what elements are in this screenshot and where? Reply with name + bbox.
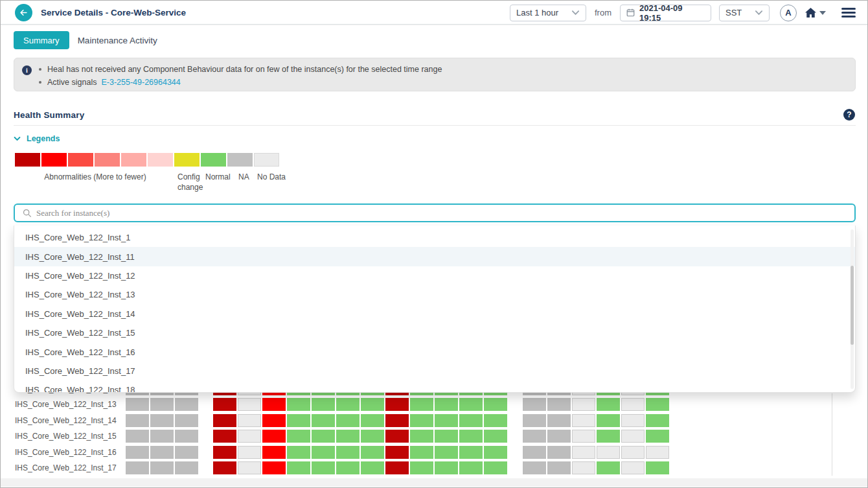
heatmap-cell[interactable] <box>410 398 433 411</box>
dropdown-item[interactable]: IHS_Core_Web_122_Inst_11 <box>14 247 855 266</box>
heatmap-cell[interactable] <box>262 461 286 474</box>
heatmap-cell[interactable] <box>287 398 310 411</box>
heatmap-cell[interactable] <box>523 398 546 411</box>
heatmap-cell[interactable] <box>385 446 409 459</box>
heatmap-cell[interactable] <box>175 430 198 443</box>
heatmap-cell[interactable] <box>213 461 236 474</box>
heatmap-cell[interactable] <box>572 461 595 474</box>
heatmap-cell[interactable] <box>175 461 198 474</box>
heatmap-cell[interactable] <box>336 414 360 427</box>
heatmap-cell[interactable] <box>287 461 310 474</box>
heatmap-cell[interactable] <box>150 414 174 427</box>
heatmap-cell[interactable] <box>547 430 571 443</box>
heatmap-cell[interactable] <box>572 446 595 459</box>
heatmap-cell[interactable] <box>213 446 236 459</box>
heatmap-cell[interactable] <box>572 430 595 443</box>
back-button[interactable] <box>15 4 32 21</box>
heatmap-cell[interactable] <box>361 461 384 474</box>
timezone-select[interactable]: SST <box>719 5 770 21</box>
hamburger-menu-icon[interactable] <box>841 5 856 19</box>
heatmap-cell[interactable] <box>238 398 261 411</box>
heatmap-cell[interactable] <box>385 430 409 443</box>
heatmap-cell[interactable] <box>484 461 507 474</box>
heatmap-cell[interactable] <box>213 398 236 411</box>
dropdown-item[interactable]: IHS_Core_Web_122_Inst_17 <box>14 362 855 380</box>
heatmap-cell[interactable] <box>312 461 335 474</box>
dropdown-item[interactable]: IHS_Core_Web_122_Inst_1 <box>14 228 855 247</box>
heatmap-cell[interactable] <box>150 446 174 459</box>
heatmap-cell[interactable] <box>336 398 360 411</box>
heatmap-cell[interactable] <box>238 461 261 474</box>
heatmap-cell[interactable] <box>523 414 546 427</box>
active-signal-link[interactable]: E-3-255-49-26964344 <box>101 78 180 87</box>
horizontal-scrollbar-track[interactable] <box>1 478 867 487</box>
datetime-picker[interactable]: 2021-04-09 19:15 <box>620 5 711 21</box>
heatmap-cell[interactable] <box>126 398 149 411</box>
heatmap-cell[interactable] <box>646 398 669 411</box>
heatmap-cell[interactable] <box>621 414 645 427</box>
heatmap-cell[interactable] <box>597 398 620 411</box>
heatmap-cell[interactable] <box>361 430 384 443</box>
heatmap-cell[interactable] <box>287 414 310 427</box>
heatmap-cell[interactable] <box>385 398 409 411</box>
heatmap-cell[interactable] <box>646 414 669 427</box>
help-icon[interactable]: ? <box>843 109 855 121</box>
heatmap-cell[interactable] <box>459 414 483 427</box>
heatmap-cell[interactable] <box>312 446 335 459</box>
heatmap-cell[interactable] <box>484 446 507 459</box>
heatmap-cell[interactable] <box>385 461 409 474</box>
heatmap-cell[interactable] <box>547 414 571 427</box>
heatmap-cell[interactable] <box>410 446 433 459</box>
heatmap-cell[interactable] <box>597 446 620 459</box>
heatmap-cell[interactable] <box>435 446 458 459</box>
heatmap-cell[interactable] <box>150 398 174 411</box>
home-menu[interactable] <box>805 7 826 18</box>
heatmap-cell[interactable] <box>262 414 286 427</box>
heatmap-cell[interactable] <box>238 414 261 427</box>
heatmap-cell[interactable] <box>523 446 546 459</box>
heatmap-cell[interactable] <box>410 430 433 443</box>
heatmap-cell[interactable] <box>175 446 198 459</box>
tab-summary[interactable]: Summary <box>14 31 69 49</box>
heatmap-cell[interactable] <box>126 430 149 443</box>
heatmap-cell[interactable] <box>621 461 645 474</box>
dropdown-item[interactable]: IHS_Core_Web_122_Inst_14 <box>14 305 855 323</box>
heatmap-cell[interactable] <box>336 430 360 443</box>
heatmap-cell[interactable] <box>646 430 669 443</box>
heatmap-cell[interactable] <box>597 430 620 443</box>
heatmap-cell[interactable] <box>262 398 286 411</box>
heatmap-cell[interactable] <box>213 414 236 427</box>
heatmap-cell[interactable] <box>459 398 483 411</box>
heatmap-cell[interactable] <box>262 446 286 459</box>
heatmap-cell[interactable] <box>410 414 433 427</box>
heatmap-cell[interactable] <box>126 446 149 459</box>
heatmap-cell[interactable] <box>175 414 198 427</box>
dropdown-item[interactable]: IHS_Core_Web_122_Inst_13 <box>14 285 855 304</box>
heatmap-cell[interactable] <box>621 398 645 411</box>
avatar[interactable]: A <box>780 5 797 21</box>
tab-maintenance-activity[interactable]: Maintenance Activity <box>78 36 157 45</box>
heatmap-cell[interactable] <box>459 430 483 443</box>
heatmap-cell[interactable] <box>646 461 669 474</box>
heatmap-cell[interactable] <box>262 430 286 443</box>
dropdown-item[interactable]: IHS_Core_Web_122_Inst_12 <box>14 266 855 285</box>
heatmap-cell[interactable] <box>435 461 458 474</box>
heatmap-cell[interactable] <box>597 461 620 474</box>
heatmap-cell[interactable] <box>126 414 149 427</box>
heatmap-cell[interactable] <box>547 398 571 411</box>
heatmap-cell[interactable] <box>459 461 483 474</box>
heatmap-cell[interactable] <box>312 430 335 443</box>
heatmap-cell[interactable] <box>597 414 620 427</box>
heatmap-cell[interactable] <box>435 430 458 443</box>
heatmap-cell[interactable] <box>523 430 546 443</box>
dropdown-item[interactable]: IHS_Core_Web_122_Inst_18 <box>14 380 855 393</box>
search-input[interactable] <box>36 208 854 218</box>
heatmap-cell[interactable] <box>484 398 507 411</box>
heatmap-cell[interactable] <box>484 414 507 427</box>
heatmap-cell[interactable] <box>287 446 310 459</box>
heatmap-cell[interactable] <box>572 398 595 411</box>
heatmap-cell[interactable] <box>547 446 571 459</box>
heatmap-cell[interactable] <box>523 461 546 474</box>
dropdown-item[interactable]: IHS_Core_Web_122_Inst_16 <box>14 342 855 361</box>
dropdown-item[interactable]: IHS_Core_Web_122_Inst_15 <box>14 323 855 342</box>
